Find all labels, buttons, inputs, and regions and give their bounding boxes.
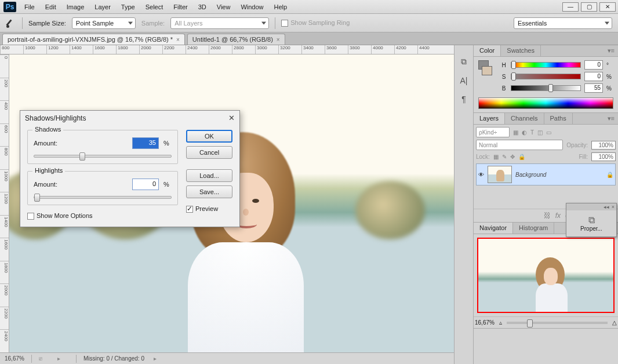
chevron-right-icon[interactable]: ▸ [154, 355, 157, 362]
checkbox-checked-icon[interactable] [186, 206, 193, 213]
show-more-options-label: Show More Options [37, 212, 93, 219]
panel-menu-icon[interactable]: ▾≡ [604, 113, 618, 124]
shadows-amount-slider[interactable] [34, 155, 172, 158]
highlights-amount-slider[interactable] [34, 196, 172, 199]
tab-layers[interactable]: Layers [474, 113, 505, 124]
link-layers-icon[interactable]: ⛓ [544, 212, 551, 220]
tab-navigator[interactable]: Navigator [474, 223, 513, 234]
zoom-out-icon[interactable]: ▵ [499, 319, 502, 326]
menu-type[interactable]: Type [117, 2, 140, 12]
cancel-button[interactable]: Cancel [186, 146, 232, 159]
maximize-button[interactable]: ▢ [581, 2, 597, 12]
filter-smart-icon[interactable]: ▭ [546, 129, 551, 136]
layer-row[interactable]: 👁 Background 🔒 [476, 163, 616, 185]
bri-input[interactable]: 55 [584, 83, 603, 93]
properties-floating-panel[interactable]: ◂◂× ⧉ Proper... [566, 203, 617, 237]
character-icon[interactable]: A| [460, 76, 468, 85]
bri-slider[interactable] [511, 85, 581, 91]
zoom-in-icon[interactable]: △ [612, 319, 617, 326]
tree-blur [355, 181, 425, 239]
tab-paths[interactable]: Paths [544, 113, 573, 124]
divider [22, 17, 23, 29]
tab-histogram[interactable]: Histogram [513, 223, 554, 234]
navigator-preview[interactable] [477, 238, 615, 313]
color-spectrum[interactable] [478, 97, 613, 109]
filter-kind-dropdown[interactable]: ρ Kind ÷ [476, 127, 510, 137]
filter-pixel-icon[interactable]: ▦ [513, 129, 518, 136]
lock-position-icon[interactable]: ✎ [502, 154, 507, 160]
vertical-ruler[interactable]: 0200400600800100012001400160018002000220… [0, 54, 9, 352]
menu-3d[interactable]: 3D [194, 2, 211, 12]
dialog-titlebar[interactable]: Shadows/Highlights ✕ [20, 111, 239, 125]
document-tab[interactable]: portrait-of-a-smiling-girl-VXNJMFS.jpg @… [2, 34, 185, 45]
opacity-label: Opacity: [566, 142, 588, 148]
shadows-amount-input[interactable]: 35 [132, 137, 159, 149]
blend-mode-dropdown[interactable]: Normal [476, 140, 563, 150]
sat-input[interactable]: 0 [584, 72, 603, 81]
layer-thumbnail[interactable] [488, 166, 512, 183]
opacity-input[interactable]: 100% [591, 141, 616, 150]
tab-swatches[interactable]: Swatches [501, 45, 541, 56]
sat-slider[interactable] [511, 74, 581, 79]
close-button[interactable]: ✕ [599, 2, 616, 12]
hue-slider[interactable] [511, 62, 581, 68]
menu-help[interactable]: Help [270, 2, 292, 12]
checkbox-icon[interactable] [281, 20, 288, 27]
hue-input[interactable]: 0 [584, 60, 603, 70]
menu-view[interactable]: View [212, 2, 235, 12]
zoom-slider[interactable] [507, 322, 608, 324]
show-more-options-checkbox[interactable]: Show More Options [27, 212, 93, 219]
dialog-close-button[interactable]: ✕ [228, 114, 235, 122]
shadows-group: Shadows Amount: 35 % [27, 130, 178, 164]
menu-window[interactable]: Window [236, 2, 268, 12]
properties-icon[interactable]: ⧉ [569, 215, 614, 225]
lock-pixels-icon[interactable]: ▦ [493, 154, 499, 160]
horizontal-ruler[interactable]: 8001000120014001600180020002200240026002… [0, 45, 454, 54]
panel-menu-icon[interactable]: ▾≡ [604, 45, 618, 56]
show-sampling-ring-option[interactable]: Show Sampling Ring [281, 19, 350, 27]
close-tab-icon[interactable]: × [176, 37, 180, 43]
close-tab-icon[interactable]: × [277, 37, 280, 43]
preview-checkbox[interactable]: Preview [186, 205, 232, 213]
fill-input[interactable]: 100% [591, 152, 616, 161]
options-bar: Sample Size: Point Sample Sample: All La… [0, 14, 618, 32]
checkbox-icon[interactable] [27, 213, 34, 220]
menu-image[interactable]: Image [62, 2, 89, 12]
document-tab[interactable]: Untitled-1 @ 66,7% (RGB/8) × [187, 34, 285, 45]
fx-icon[interactable]: fx [555, 212, 561, 220]
lock-move-icon[interactable]: ✥ [510, 154, 515, 160]
save-button[interactable]: Save... [186, 185, 232, 198]
background-swatch[interactable] [482, 66, 492, 75]
status-icon[interactable]: ⎚ [39, 355, 50, 362]
minimize-button[interactable]: — [562, 2, 579, 12]
fg-bg-swatches[interactable] [478, 60, 492, 95]
menu-edit[interactable]: Edit [41, 2, 61, 12]
menu-filter[interactable]: Filter [169, 2, 192, 12]
ok-button[interactable]: OK [186, 130, 232, 143]
workspace-switcher[interactable]: Essentials [514, 17, 612, 29]
history-icon[interactable]: ⧉ [461, 57, 467, 67]
eyedropper-icon[interactable] [6, 18, 16, 28]
filter-type-icon[interactable]: T [530, 129, 534, 136]
sample-size-dropdown[interactable]: Point Sample [72, 17, 136, 29]
highlights-amount-input[interactable]: 0 [132, 179, 159, 190]
load-button[interactable]: Load... [186, 169, 232, 182]
menu-select[interactable]: Select [141, 2, 168, 12]
zoom-level[interactable]: 16,67% [5, 355, 24, 362]
tab-channels[interactable]: Channels [505, 113, 544, 124]
app-logo: Ps [3, 2, 16, 12]
lock-all-icon[interactable]: 🔒 [518, 154, 525, 160]
status-icon[interactable]: ▸ [57, 355, 69, 362]
tab-color[interactable]: Color [474, 45, 501, 56]
navigator-zoom[interactable]: 16,67% [475, 319, 495, 326]
visibility-eye-icon[interactable]: 👁 [478, 172, 484, 178]
filter-shape-icon[interactable]: ◫ [537, 129, 543, 136]
close-icon[interactable]: × [612, 204, 615, 210]
layer-name[interactable]: Background [515, 172, 546, 178]
menu-file[interactable]: File [20, 2, 39, 12]
menu-layer[interactable]: Layer [90, 2, 115, 12]
sample-dropdown[interactable]: All Layers [170, 17, 269, 29]
filter-adjust-icon[interactable]: ◐ [522, 129, 527, 136]
collapse-icon[interactable]: ◂◂ [604, 204, 609, 210]
paragraph-icon[interactable]: ¶ [461, 94, 466, 104]
